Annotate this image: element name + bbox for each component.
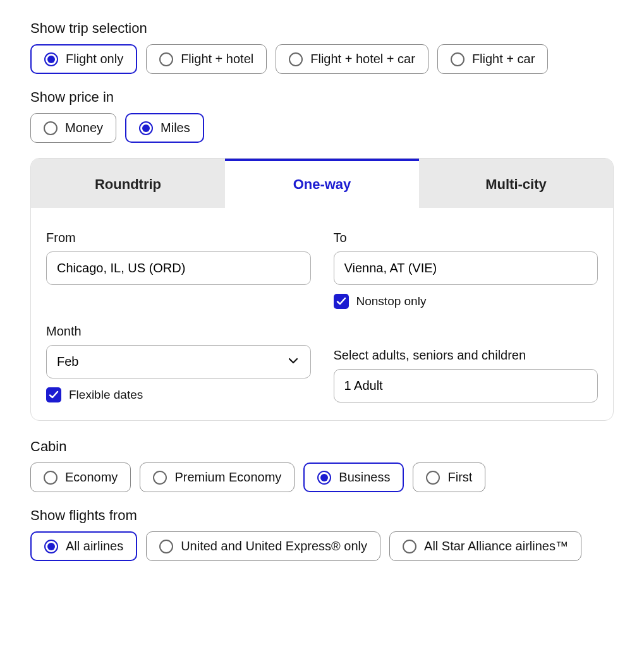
radio-icon [44,471,58,485]
flights-from-option-all-star-alliance-airlines[interactable]: All Star Alliance airlines™ [389,531,581,561]
radio-icon [289,52,303,66]
travelers-label: Select adults, seniors and children [334,348,598,363]
flights-from-option-label: United and United Express® only [181,539,367,553]
radio-icon [44,540,58,553]
radio-icon [159,52,173,66]
month-group: Month Flexible dates [46,324,311,402]
radio-icon [317,471,331,485]
travelers-group: Select adults, seniors and children [334,324,598,402]
price-in-option-money[interactable]: Money [30,113,116,143]
flights-from-option-label: All airlines [66,539,123,553]
checkbox-checked-icon [46,387,61,402]
trip-selection-option-label: Flight + hotel + car [310,52,415,66]
flights-from-group: All airlinesUnited and United Express® o… [30,531,614,561]
from-input[interactable] [46,251,311,285]
price-in-label: Show price in [30,89,614,106]
cabin-label: Cabin [30,438,614,455]
travelers-select[interactable] [334,369,598,402]
cabin-option-label: Economy [65,470,118,485]
radio-icon [403,540,416,553]
cabin-option-label: First [447,470,472,485]
radio-icon [451,52,465,66]
flights-from-option-label: All Star Alliance airlines™ [424,539,568,553]
cabin-option-economy[interactable]: Economy [30,463,131,492]
cabin-option-business[interactable]: Business [303,463,404,492]
to-label: To [334,231,598,245]
radio-icon [139,121,153,135]
trip-selection-group: Flight onlyFlight + hotelFlight + hotel … [30,44,614,74]
month-select[interactable] [46,345,311,378]
price-in-option-label: Miles [161,121,190,135]
radio-icon [44,52,58,66]
from-group: From [46,231,311,309]
trip-selection-label: Show trip selection [30,20,614,37]
tab-one-way[interactable]: One-way [225,159,419,208]
cabin-group: EconomyPremium EconomyBusinessFirst [30,463,614,492]
price-in-group: MoneyMiles [30,113,614,143]
cabin-option-label: Business [339,470,390,485]
trip-type-tabs: RoundtripOne-wayMulti-city [31,159,613,208]
from-label: From [46,231,311,245]
to-group: To Nonstop only [334,231,598,309]
trip-selection-option-flight-only[interactable]: Flight only [30,44,137,74]
trip-selection-option-label: Flight + hotel [181,52,253,66]
radio-icon [159,540,173,553]
month-label: Month [46,324,311,339]
radio-icon [426,471,440,485]
search-form-body: From To Nonstop only Month [31,208,613,420]
price-in-option-label: Money [65,121,103,135]
checkbox-checked-icon [334,294,349,309]
nonstop-label: Nonstop only [356,294,427,308]
nonstop-checkbox-row[interactable]: Nonstop only [334,294,598,309]
cabin-option-premium-economy[interactable]: Premium Economy [140,463,295,492]
trip-selection-option-label: Flight + car [472,52,535,66]
radio-icon [153,471,167,485]
flights-from-option-all-airlines[interactable]: All airlines [30,531,137,561]
trip-selection-option-flight-hotel[interactable]: Flight + hotel [146,44,267,74]
flights-from-label: Show flights from [30,507,614,524]
price-in-option-miles[interactable]: Miles [125,113,204,143]
flexible-dates-checkbox-row[interactable]: Flexible dates [46,387,311,402]
trip-type-panel: RoundtripOne-wayMulti-city From To Nonst… [30,158,614,421]
cabin-option-first[interactable]: First [413,463,485,492]
radio-icon [44,121,58,135]
flexible-dates-label: Flexible dates [69,388,143,402]
cabin-option-label: Premium Economy [174,470,281,485]
flights-from-option-united-and-united-express-only[interactable]: United and United Express® only [146,531,380,561]
to-input[interactable] [334,251,598,285]
tab-roundtrip[interactable]: Roundtrip [31,159,225,208]
tab-multi-city[interactable]: Multi-city [419,159,613,208]
trip-selection-option-flight-car[interactable]: Flight + car [437,44,548,74]
trip-selection-option-label: Flight only [66,52,123,66]
trip-selection-option-flight-hotel-car[interactable]: Flight + hotel + car [276,44,428,74]
